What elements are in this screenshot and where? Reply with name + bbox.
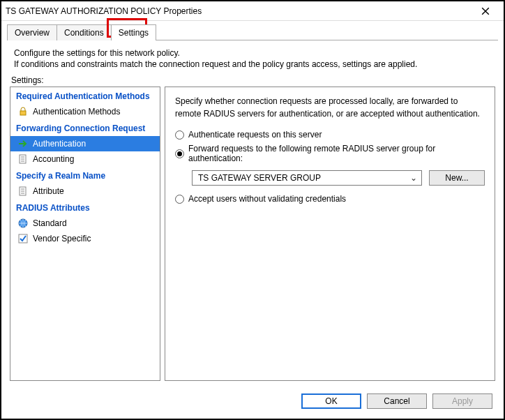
radio-icon: [175, 195, 184, 204]
doc-icon: [17, 186, 29, 197]
ok-button[interactable]: OK: [301, 393, 361, 409]
close-button[interactable]: [472, 2, 499, 20]
radio-accept-no-validate[interactable]: Accept users without validating credenti…: [175, 194, 485, 204]
settings-label: Settings:: [1, 74, 504, 87]
lock-icon: [17, 106, 29, 117]
tree-item-accounting[interactable]: Accounting: [10, 151, 160, 167]
tree-item-label: Accounting: [33, 154, 74, 164]
tree-item-standard[interactable]: Standard: [10, 216, 160, 231]
tree-item-label: Authentication: [33, 139, 86, 149]
dialog-window: TS GATEWAY AUTHORIZATION POLICY Properti…: [0, 0, 505, 420]
globe-icon: [17, 218, 29, 229]
tree-item-attribute[interactable]: Attribute: [10, 183, 160, 199]
tree-item-authentication-methods[interactable]: Authentication Methods: [10, 104, 160, 119]
settings-detail-pane: Specify whether connection requests are …: [165, 87, 495, 381]
settings-tree[interactable]: Required Authentication MethodsAuthentic…: [10, 87, 160, 381]
check-icon: [17, 233, 29, 244]
window-title: TS GATEWAY AUTHORIZATION POLICY Properti…: [6, 6, 472, 16]
chevron-down-icon: ⌄: [409, 173, 419, 183]
close-icon: [481, 7, 490, 15]
radio-label: Accept users without validating credenti…: [188, 194, 346, 204]
radio-authenticate-local[interactable]: Authenticate requests on this server: [175, 130, 485, 140]
radio-icon: [175, 130, 184, 140]
radio-forward-remote[interactable]: Forward requests to the following remote…: [175, 144, 485, 163]
description-line2: If conditions and constraints match the …: [14, 59, 494, 70]
apply-button: Apply: [432, 393, 492, 409]
tree-item-vendor-specific[interactable]: Vendor Specific: [10, 231, 160, 246]
tree-group-header: RADIUS Attributes: [10, 199, 160, 216]
new-button[interactable]: New...: [429, 170, 485, 186]
radio-label: Forward requests to the following remote…: [188, 144, 485, 163]
tree-group-header: Specify a Realm Name: [10, 167, 160, 183]
tab-bar: Overview Conditions Settings: [1, 21, 504, 40]
tree-item-label: Standard: [33, 218, 67, 228]
cancel-button[interactable]: Cancel: [367, 393, 427, 409]
titlebar: TS GATEWAY AUTHORIZATION POLICY Properti…: [1, 1, 504, 21]
svg-rect-0: [20, 111, 26, 115]
server-group-combo[interactable]: TS GATEWAY SERVER GROUP ⌄: [192, 170, 422, 186]
combo-value: TS GATEWAY SERVER GROUP: [198, 173, 321, 183]
doc-icon: [17, 153, 29, 165]
description-line1: Configure the settings for this network …: [14, 47, 494, 59]
tree-item-label: Authentication Methods: [33, 107, 120, 117]
detail-intro: Specify whether connection requests are …: [175, 96, 485, 120]
panes: Required Authentication MethodsAuthentic…: [10, 87, 495, 381]
radio-label: Authenticate requests on this server: [188, 130, 322, 140]
description: Configure the settings for this network …: [1, 40, 504, 74]
arrow-icon: [17, 138, 29, 149]
tree-item-label: Vendor Specific: [33, 234, 91, 243]
tree-group-header: Required Authentication Methods: [10, 87, 160, 104]
tree-group-header: Forwarding Connection Request: [10, 119, 160, 136]
tab-settings[interactable]: Settings: [111, 24, 156, 40]
tree-item-label: Attribute: [33, 186, 64, 196]
tab-overview[interactable]: Overview: [7, 24, 57, 40]
tree-item-authentication[interactable]: Authentication: [10, 136, 160, 151]
tab-conditions[interactable]: Conditions: [56, 24, 112, 40]
radio-icon: [175, 149, 184, 158]
dialog-footer: OK Cancel Apply: [1, 387, 504, 419]
forward-sub-row: TS GATEWAY SERVER GROUP ⌄ New...: [192, 170, 485, 186]
